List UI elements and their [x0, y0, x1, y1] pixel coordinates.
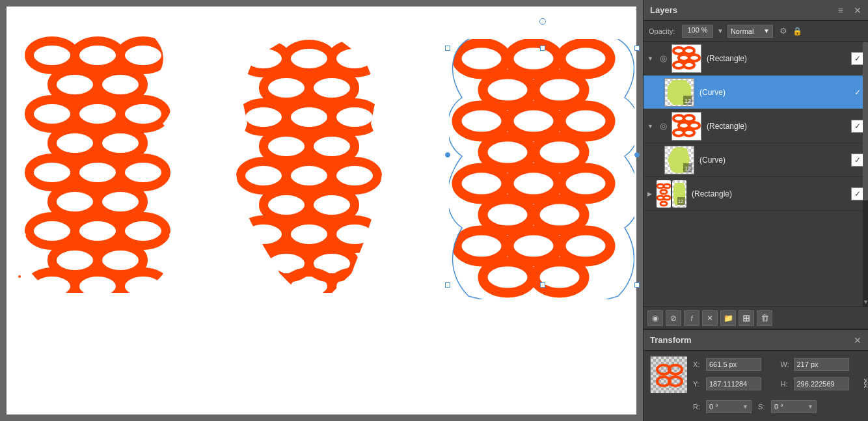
layer-check-3[interactable]: ✓ [851, 120, 864, 133]
layer-thumb-1 [671, 44, 701, 73]
transform-body: X: 661.5 px W: 217 px Y: 187.111284 H: 2… [644, 351, 868, 398]
layer-check-5[interactable]: ✓ [851, 187, 864, 200]
shape-left[interactable] [20, 33, 176, 293]
s-label: S: [758, 403, 768, 411]
canvas-dot [18, 275, 21, 278]
opacity-row: Opacity: 100 % ▼ Normal ▼ ⚙ 🔒 [644, 21, 868, 42]
svg-text:12: 12 [685, 165, 691, 172]
transform-close-icon[interactable]: ✕ [854, 335, 861, 346]
shape-right[interactable] [449, 39, 634, 299]
x-label: X: [693, 360, 703, 368]
svg-text:12: 12 [685, 98, 691, 104]
transform-r-row: R: 0 ° ▼ [693, 400, 752, 413]
layer-name-4: (Curve) [697, 156, 851, 165]
transform-thumb [650, 356, 686, 392]
layer-name-3: (Rectangle) [704, 122, 851, 131]
layers-panel: Layers ≡ ✕ Opacity: 100 % ▼ Normal ▼ ⚙ 🔒 [644, 0, 868, 329]
transform-rs-row: R: 0 ° ▼ S: 0 ° ▼ [644, 398, 868, 416]
transform-w-row: W: 217 px [781, 356, 862, 373]
layers-scroll-container: ▼ ◎ [644, 42, 868, 306]
blend-mode-value: Normal [731, 27, 753, 35]
layer-checkmark-1: ✓ [854, 54, 861, 63]
blend-mode-arrow: ▼ [763, 27, 770, 34]
layer-thumb-2: 12 [664, 78, 694, 107]
svg-point-47 [241, 272, 286, 293]
canvas-area [0, 0, 643, 421]
s-input[interactable]: 0 ° ▼ [771, 400, 817, 413]
x-input[interactable]: 661.5 px [706, 358, 761, 371]
h-input[interactable]: 296.222569 [794, 377, 849, 390]
layer-eye-1[interactable]: ◎ [660, 53, 667, 63]
svg-rect-118 [651, 357, 687, 393]
canvas-white [7, 7, 636, 414]
transform-fields: X: 661.5 px W: 217 px Y: 187.111284 H: 2… [693, 356, 861, 392]
add-fill-layer-button[interactable]: ⊘ [666, 310, 681, 326]
transform-panel: Transform ✕ [644, 329, 868, 421]
r-input[interactable]: 0 ° ▼ [706, 400, 752, 413]
w-input[interactable]: 217 px [794, 358, 849, 371]
transform-y-row: Y: 187.111284 [693, 375, 774, 392]
layer-name-1: (Rectangle) [704, 54, 851, 63]
layer-check-2[interactable]: ✓ [851, 86, 864, 99]
layer-item-rectangle-2[interactable]: ▼ ◎ [644, 109, 868, 143]
layer-name-2: (Curve) [697, 88, 851, 97]
layer-thumb-3 [671, 112, 701, 141]
layer-check-4[interactable]: ✓ [851, 154, 864, 167]
transform-panel-header: Transform ✕ [644, 330, 868, 351]
layer-thumb-4: 12 [664, 146, 694, 174]
opacity-label: Opacity: [649, 27, 678, 35]
flatten-button[interactable]: ✕ [702, 310, 718, 326]
r-arrow: ▼ [742, 403, 748, 410]
layer-checkmark-4: ✓ [854, 156, 861, 165]
layers-panel-header: Layers ≡ ✕ [644, 0, 868, 21]
w-label: W: [781, 360, 791, 368]
layer-checkmark-2: ✓ [854, 88, 861, 97]
right-panel: Layers ≡ ✕ Opacity: 100 % ▼ Normal ▼ ⚙ 🔒 [643, 0, 868, 421]
layers-menu-icon[interactable]: ≡ [838, 5, 843, 16]
transform-x-row: X: 661.5 px [693, 356, 774, 373]
layer-eye-3[interactable]: ◎ [660, 121, 667, 131]
delete-layer-button[interactable]: 🗑 [757, 310, 772, 326]
s-value: 0 ° [774, 403, 783, 411]
layer-name-5: (Rectangle) [689, 189, 851, 198]
blend-mode-select[interactable]: Normal ▼ [727, 25, 773, 38]
lock-icon[interactable]: 🔒 [793, 27, 802, 36]
layer-item-curve-2[interactable]: 12 (Curve) ✓ [644, 143, 868, 177]
gear-icon[interactable]: ⚙ [780, 26, 787, 36]
chain-icon[interactable]: ⛓ [863, 378, 868, 390]
layers-list: ▼ ◎ [644, 42, 868, 211]
layer-item-rectangle-1[interactable]: ▼ ◎ [644, 42, 868, 75]
layers-panel-title: Layers [650, 5, 677, 15]
scroll-down-btn[interactable]: ▼ [863, 297, 868, 306]
add-fx-button[interactable]: f [684, 310, 699, 326]
transform-h-row: H: 296.222569 ⛓ [781, 375, 862, 392]
scroll-track: ▼ [863, 42, 868, 306]
r-value: 0 ° [709, 403, 718, 411]
layer-arrow-1[interactable]: ▼ [647, 55, 657, 62]
y-label: Y: [693, 380, 703, 388]
transform-s-row: S: 0 ° ▼ [758, 400, 817, 413]
layer-checkmark-5: ✓ [854, 189, 861, 198]
layer-checkmark-3: ✓ [854, 122, 861, 131]
shape-middle[interactable] [234, 39, 384, 293]
add-layer-mask-button[interactable]: ◉ [647, 310, 663, 326]
layer-arrow-3[interactable]: ▼ [647, 122, 657, 129]
layers-header-icons: ≡ ✕ [838, 5, 861, 16]
transform-panel-title: Transform [650, 335, 692, 345]
layer-item-rectangle-3[interactable]: ▶ [644, 177, 868, 211]
layers-toolbar: ◉ ⊘ f ✕ 📁 ⊞ 🗑 [644, 306, 868, 329]
opacity-arrow[interactable]: ▼ [717, 27, 724, 34]
new-layer-button[interactable]: ⊞ [739, 310, 754, 326]
new-group-button[interactable]: 📁 [720, 310, 736, 326]
opacity-input[interactable]: 100 % [682, 25, 713, 38]
layer-arrow-5[interactable]: ▶ [647, 190, 657, 197]
h-label: H: [781, 380, 791, 388]
s-arrow: ▼ [807, 403, 813, 410]
layer-check-1[interactable]: ✓ [851, 52, 864, 65]
layer-item-curve-1[interactable]: 12 (Curve) ✓ [644, 75, 868, 109]
svg-text:12: 12 [678, 199, 683, 204]
scroll-thumb[interactable] [863, 42, 868, 200]
y-input[interactable]: 187.111284 [706, 377, 761, 390]
r-label: R: [693, 403, 703, 411]
layers-close-icon[interactable]: ✕ [854, 5, 861, 16]
